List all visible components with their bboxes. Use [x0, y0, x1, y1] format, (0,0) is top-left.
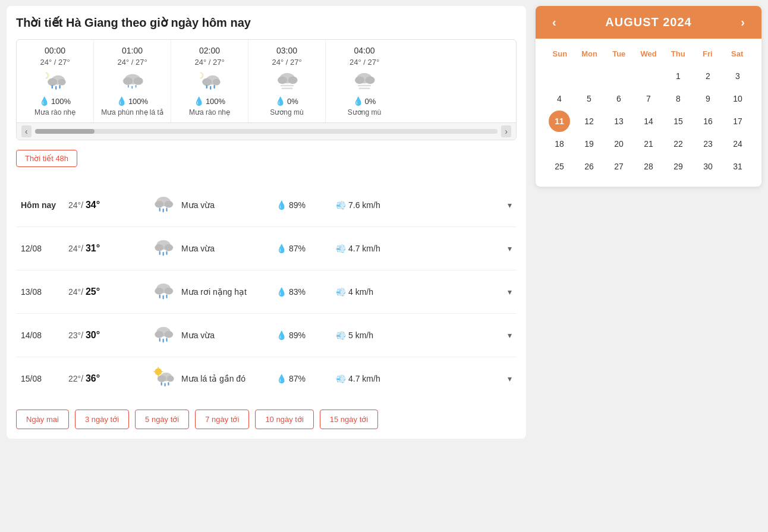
calendar-day[interactable]: 17: [727, 111, 748, 132]
calendar-day[interactable]: 27: [608, 156, 629, 177]
calendar-day[interactable]: 22: [668, 133, 689, 155]
daily-expand-button[interactable]: ▾: [508, 287, 512, 297]
hour-time: 00:00: [24, 46, 86, 55]
calendar-day[interactable]: 6: [608, 88, 629, 109]
daily-desc: Mưa vừa: [181, 200, 276, 210]
daily-wind: 💨 5 km/h: [336, 330, 407, 340]
nav-day-button[interactable]: Ngày mai: [16, 410, 69, 429]
calendar-day[interactable]: 25: [549, 156, 570, 177]
scroll-left-arrow[interactable]: ‹: [21, 125, 32, 137]
calendar-day[interactable]: 12: [578, 111, 600, 132]
daily-weather-icon: [146, 366, 181, 392]
svg-rect-29: [358, 88, 370, 89]
svg-rect-39: [159, 251, 160, 255]
daily-expand-button[interactable]: ▾: [508, 330, 512, 340]
nav-day-button[interactable]: 10 ngày tới: [255, 410, 313, 429]
daily-precip: 💧 87%: [276, 244, 336, 253]
calendar-next-button[interactable]: ›: [736, 15, 750, 29]
calendar-day[interactable]: 8: [668, 88, 689, 109]
daily-temp: 24°/ 25°: [68, 287, 146, 297]
calendar-day[interactable]: 21: [638, 133, 659, 155]
calendar-prev-button[interactable]: ‹: [547, 15, 561, 29]
daily-temp: 23°/ 30°: [68, 330, 146, 341]
calendar-day[interactable]: 23: [697, 133, 719, 155]
calendar-day[interactable]: 13: [608, 111, 629, 132]
calendar-day[interactable]: 24: [727, 133, 748, 155]
nav-day-button[interactable]: 3 ngày tới: [75, 410, 129, 429]
calendar-day[interactable]: 9: [697, 88, 719, 109]
svg-rect-19: [213, 85, 215, 89]
svg-rect-12: [135, 85, 136, 88]
forecast-48h-button[interactable]: Thời tiết 48h: [16, 150, 77, 167]
daily-expand-button[interactable]: ▾: [508, 244, 512, 253]
page-title: Thời tiết Hà Giang theo giờ ngày hôm nay: [16, 15, 517, 30]
svg-point-54: [155, 368, 162, 375]
svg-point-26: [355, 76, 364, 84]
calendar-day[interactable]: 29: [668, 156, 689, 177]
calendar-day[interactable]: 30: [697, 156, 719, 177]
calendar-day[interactable]: 31: [727, 156, 748, 177]
daily-wind: 💨 7.6 km/h: [336, 200, 407, 210]
svg-rect-53: [166, 338, 167, 342]
svg-point-37: [155, 244, 163, 251]
calendar-day[interactable]: 16: [697, 111, 719, 132]
hourly-track: 00:00 24° / 27° ☽ 💧 100% Mưa rào nhẹ 01:…: [17, 40, 516, 122]
daily-wind: 💨 4.7 km/h: [336, 374, 407, 383]
hour-precip: 💧 100%: [24, 96, 86, 106]
hour-temp: 24° / 27°: [101, 58, 163, 67]
scroll-right-arrow[interactable]: ›: [501, 125, 511, 137]
hour-desc: Mưa rào nhẹ: [178, 108, 241, 117]
calendar-weekdays: SunMonTueWedThuFriSat: [545, 46, 752, 62]
hour-temp: 24° / 27°: [333, 58, 396, 67]
svg-point-21: [278, 76, 287, 84]
calendar-day[interactable]: 19: [578, 133, 600, 155]
calendar-day[interactable]: 15: [668, 111, 689, 132]
daily-expand-button[interactable]: ▾: [508, 374, 512, 383]
svg-rect-46: [163, 295, 164, 300]
svg-rect-34: [163, 209, 164, 213]
hour-item: 01:00 24° / 27° 💧 100% Mưa phùn nhẹ lá t…: [94, 40, 171, 122]
hour-desc: Mưa rào nhẹ: [24, 108, 86, 117]
calendar-day[interactable]: 14: [638, 111, 659, 132]
calendar-days: 1234567891011121314151617181920212223242…: [545, 65, 752, 177]
calendar-day[interactable]: 3: [727, 65, 748, 87]
daily-expand-button[interactable]: ▾: [508, 200, 512, 210]
daily-weather-icon: [146, 279, 181, 305]
nav-day-button[interactable]: 15 ngày tới: [320, 410, 378, 429]
hour-temp: 24° / 27°: [178, 58, 241, 67]
calendar-day[interactable]: 11: [549, 111, 570, 132]
hour-precip: 💧 100%: [178, 96, 241, 106]
calendar-day[interactable]: 7: [638, 88, 659, 109]
daily-date: 14/08: [21, 330, 68, 340]
calendar-day[interactable]: 1: [668, 65, 689, 87]
calendar-weekday-label: Fri: [693, 46, 723, 62]
hour-precip: 💧 0%: [256, 96, 318, 106]
svg-point-27: [366, 76, 375, 84]
daily-weather-icon: [146, 235, 181, 262]
daily-date: 13/08: [21, 287, 68, 297]
calendar-day[interactable]: 4: [549, 88, 570, 109]
calendar-day[interactable]: 20: [608, 133, 629, 155]
calendar-day[interactable]: 18: [549, 133, 570, 155]
hour-item: 04:00 24° / 27° 💧 0% Sương mù: [326, 40, 403, 122]
svg-point-15: [202, 78, 212, 86]
hour-time: 03:00: [256, 46, 318, 55]
scroll-thumb[interactable]: [35, 129, 498, 134]
daily-wind: 💨 4.7 km/h: [336, 244, 407, 253]
hour-icon: [256, 70, 318, 94]
hour-desc: Sương mù: [256, 108, 318, 117]
hourly-scroll[interactable]: 00:00 24° / 27° ☽ 💧 100% Mưa rào nhẹ 01:…: [17, 40, 516, 122]
calendar-day[interactable]: 10: [727, 88, 748, 109]
calendar-day[interactable]: 2: [697, 65, 719, 87]
svg-point-43: [155, 288, 163, 295]
calendar-day[interactable]: 5: [578, 88, 600, 109]
calendar-day[interactable]: 26: [578, 156, 600, 177]
calendar-weekday-label: Sat: [722, 46, 752, 62]
hour-item: 02:00 24° / 27° ☽ 💧 100% Mưa rào nhẹ: [171, 40, 248, 122]
daily-precip: 💧 89%: [276, 330, 336, 340]
svg-point-2: [48, 78, 57, 86]
calendar-day[interactable]: 28: [638, 156, 659, 177]
nav-day-button[interactable]: 5 ngày tới: [135, 410, 189, 429]
nav-day-button[interactable]: 7 ngày tới: [195, 410, 249, 429]
daily-temp: 24°/ 31°: [68, 243, 146, 254]
